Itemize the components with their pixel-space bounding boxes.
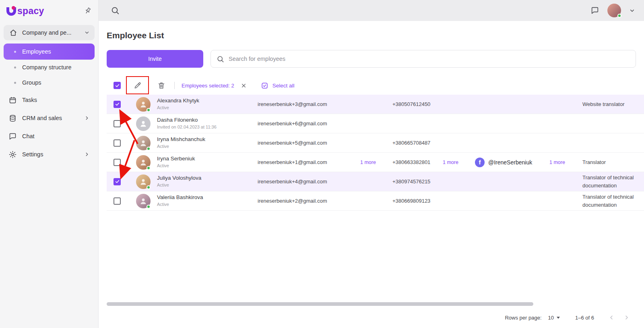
employee-phone: +380669809123 [392, 198, 443, 204]
sidebar-item-tasks[interactable]: Tasks [4, 91, 95, 108]
employee-avatar [136, 116, 151, 131]
employee-status: Active [157, 183, 258, 188]
social-more-link[interactable]: 1 more [549, 160, 582, 165]
employee-status: Active [157, 202, 258, 208]
table-row[interactable]: Iryna Mishchanchuk Active ireneserbeniuk… [107, 133, 644, 153]
caret-down-icon [557, 317, 560, 319]
employee-email: ireneserbeniuk+5@gmail.com [258, 140, 360, 146]
sidebar-item-company-and-people[interactable]: Company and pe... [4, 25, 95, 40]
employee-status: Active [157, 105, 258, 111]
person-icon [138, 196, 148, 206]
edit-button[interactable] [131, 79, 144, 92]
next-page-button[interactable] [621, 312, 632, 323]
employee-position: Website translator [582, 100, 644, 108]
employee-status: Invited on 02.04.2023 at 11:36 [157, 125, 258, 130]
sidebar-item-groups[interactable]: Groups [4, 75, 95, 90]
search-icon[interactable] [111, 6, 120, 15]
messages-icon[interactable] [590, 6, 599, 15]
employee-avatar [136, 174, 151, 189]
bullet-icon [14, 51, 16, 53]
person-icon [138, 138, 148, 148]
select-all-link[interactable]: Select all [261, 82, 295, 89]
employee-table-rows: Alexandra Khytyk Active ireneserbeniuk+3… [107, 95, 644, 211]
employee-status: Active [157, 163, 258, 169]
sidebar: spacy Company and pe... Employees [0, 0, 99, 328]
close-icon [241, 83, 246, 88]
online-status-dot [147, 166, 151, 170]
delete-button[interactable] [155, 79, 168, 92]
selected-count-label: Employees selected: 2 [182, 83, 234, 89]
employee-email: ireneserbeniuk+1@gmail.com [258, 159, 360, 165]
row-checkbox[interactable] [114, 120, 121, 127]
table-row[interactable]: Dasha Filonenko Invited on 02.04.2023 at… [107, 114, 644, 133]
pagination-bar: Rows per page: 10 1–6 of 6 [107, 307, 644, 328]
employee-name[interactable]: Iryna Serbeniuk [157, 156, 258, 162]
table-row[interactable]: Alexandra Khytyk Active ireneserbeniuk+3… [107, 95, 644, 114]
bulk-actions-toolbar: Employees selected: 2 Select all [107, 76, 644, 95]
sidebar-item-settings[interactable]: Settings [4, 146, 95, 163]
person-icon [138, 100, 148, 109]
main-content: Employee List Invite [99, 21, 644, 328]
employee-phone: +380974576215 [392, 179, 443, 185]
employee-name[interactable]: Valeriia Bashkirova [157, 194, 258, 201]
user-avatar[interactable] [607, 4, 621, 17]
online-status-dot [147, 185, 151, 189]
employee-position: Translator of technical documentation [582, 193, 644, 209]
email-more-link[interactable]: 1 more [360, 160, 392, 165]
table-row[interactable]: Iryna Serbeniuk Active ireneserbeniuk+1@… [107, 153, 644, 172]
sidebar-item-chat[interactable]: Chat [4, 128, 95, 145]
logo-u-icon [6, 7, 16, 16]
employee-search-input[interactable] [229, 56, 630, 62]
table-row[interactable]: Valeriia Bashkirova Active ireneserbeniu… [107, 191, 644, 211]
chevron-down-icon [84, 30, 90, 35]
row-checkbox[interactable] [114, 159, 121, 166]
sidebar-item-crm-and-sales[interactable]: CRM and sales [4, 110, 95, 127]
employee-search-box [211, 50, 636, 68]
rows-per-page-select[interactable]: 10 [548, 315, 560, 321]
employee-position: Translator of technical documentation [582, 174, 644, 189]
person-icon [138, 158, 148, 167]
logo-text: spacy [17, 6, 44, 17]
employee-email: ireneserbeniuk+6@gmail.com [258, 120, 360, 127]
employee-name[interactable]: Alexandra Khytyk [157, 98, 258, 104]
prev-page-button[interactable] [606, 312, 617, 323]
chevron-down-icon[interactable] [629, 8, 635, 14]
chevron-right-icon [84, 115, 90, 121]
divider [174, 82, 175, 89]
employee-email: ireneserbeniuk+4@gmail.com [258, 179, 360, 185]
sidebar-item-company-structure[interactable]: Company structure [4, 60, 95, 75]
sidebar-item-employees[interactable]: Employees [4, 44, 95, 60]
employee-name[interactable]: Dasha Filonenko [157, 117, 258, 124]
phone-more-link[interactable]: 1 more [443, 160, 475, 165]
pin-icon[interactable] [82, 5, 94, 17]
person-icon [138, 119, 148, 129]
row-checkbox[interactable] [114, 178, 121, 185]
trash-icon [157, 81, 165, 89]
employee-position: Translator [582, 158, 644, 166]
select-all-checkbox[interactable] [114, 82, 121, 89]
calendar-icon [8, 96, 17, 104]
horizontal-scrollbar-track [107, 302, 644, 307]
row-checkbox[interactable] [114, 139, 121, 147]
horizontal-scrollbar[interactable] [107, 302, 533, 306]
employee-name[interactable]: Juliya Voloshylova [157, 175, 258, 182]
social-handle[interactable]: @IreneSerbeniuk [488, 159, 532, 166]
pagination-range: 1–6 of 6 [575, 315, 594, 321]
employee-phone: +380663382801 [392, 159, 443, 165]
checkbox-check-icon [261, 82, 268, 89]
employee-name[interactable]: Iryna Mishchanchuk [157, 136, 258, 143]
online-status-dot [147, 205, 151, 209]
clear-selection-button[interactable] [239, 81, 249, 90]
crm-icon [8, 114, 17, 122]
row-checkbox[interactable] [114, 101, 121, 108]
invite-button[interactable]: Invite [107, 50, 203, 68]
row-checkbox[interactable] [114, 197, 121, 205]
uspacy-logo[interactable]: spacy [6, 6, 44, 17]
employee-avatar [136, 155, 151, 170]
employee-avatar [136, 194, 151, 208]
employee-phone: +380507612450 [392, 101, 443, 107]
chat-icon [8, 132, 17, 141]
facebook-icon[interactable]: f [475, 158, 485, 167]
search-icon [217, 55, 224, 63]
table-row[interactable]: Juliya Voloshylova Active ireneserbeniuk… [107, 172, 644, 191]
